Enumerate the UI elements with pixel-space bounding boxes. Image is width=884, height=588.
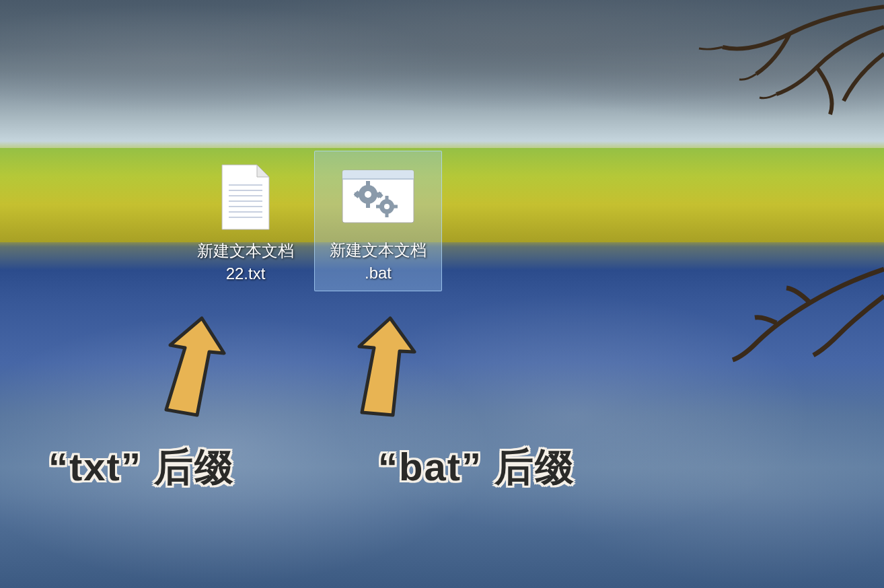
annotation-text-txt: “txt” 后缀	[48, 441, 235, 494]
svg-rect-8	[342, 170, 414, 180]
svg-rect-22	[385, 196, 389, 200]
txt-file-icon	[215, 160, 276, 234]
txt-file-label: 新建文本文档 22.txt	[197, 240, 294, 285]
svg-rect-9	[342, 178, 414, 180]
desktop-wallpaper	[0, 0, 884, 588]
annotation-arrow-left	[151, 313, 232, 420]
svg-point-21	[384, 204, 390, 209]
wallpaper-branch-right	[696, 256, 884, 390]
annotation-text-bat: “bat” 后缀	[378, 441, 575, 494]
svg-rect-13	[366, 203, 370, 208]
svg-rect-25	[393, 205, 398, 209]
wallpaper-hills	[0, 148, 884, 242]
bat-file-icon	[338, 159, 418, 233]
svg-rect-24	[376, 205, 381, 209]
desktop-icon-bat-file[interactable]: 新建文本文档 .bat	[314, 151, 442, 291]
svg-rect-12	[366, 181, 370, 186]
annotation-arrow-right	[342, 313, 422, 420]
wallpaper-branch-top	[548, 0, 884, 121]
svg-rect-23	[385, 213, 389, 217]
svg-point-11	[365, 191, 371, 198]
bat-file-label: 新建文本文档 .bat	[330, 239, 427, 284]
desktop-icon-txt-file[interactable]: 新建文本文档 22.txt	[185, 160, 306, 285]
